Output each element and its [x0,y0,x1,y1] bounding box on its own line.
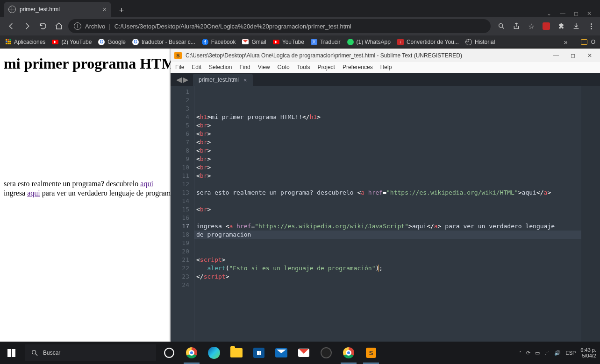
tab-nav-arrows[interactable]: ◀▶ [173,73,191,86]
tb-chrome[interactable] [181,342,202,364]
maximize-icon[interactable]: ◻ [574,10,579,17]
extensions-icon[interactable] [557,22,565,30]
editor-tab[interactable]: primer_test.html × [193,74,253,86]
search-placeholder: Buscar [43,350,60,356]
window-controls: ⌄ — ◻ ✕ [547,8,600,17]
address-bar[interactable]: i Archivo | C:/Users/3etop/Desktop/Alura… [68,19,491,33]
tray-volume-icon[interactable]: 🔊 [554,350,561,356]
page-body: sera esto realmente un programa? descubr… [0,179,191,198]
tb-chrome2[interactable] [338,342,359,364]
tb-app1[interactable] [316,342,336,364]
tray-wifi-icon[interactable]: ⋰ [544,350,550,356]
tb-edge[interactable] [204,342,224,364]
menu-goto[interactable]: Goto [278,64,290,70]
minimize-icon[interactable]: — [560,10,565,17]
descubrelo-link[interactable]: aqui [140,180,153,188]
tab-title: primer_test.html [20,6,99,13]
menu-find[interactable]: Find [239,64,250,70]
forward-button[interactable] [21,20,34,33]
tab-strip: primer_test.html × + ⌄ — ◻ ✕ [0,0,600,17]
close-icon[interactable]: ✕ [587,10,592,17]
tb-gmail[interactable] [293,342,314,364]
minimap[interactable] [581,86,600,342]
bm-traductor[interactable]: Gtraductor - Buscar c... [132,39,195,45]
toolbar-right: ☆ [493,22,595,30]
bm-historial[interactable]: Historial [465,39,495,45]
globe-icon [8,6,16,13]
menu-tools[interactable]: Tools [297,64,310,70]
bm-traducir[interactable]: 文Traducir [311,39,341,45]
close-icon[interactable]: ✕ [583,52,596,59]
menu-file[interactable]: File [175,64,184,70]
window-title: C:\Users\3etop\Desktop\Alura One\Logica … [186,52,546,59]
bm-convertidor[interactable]: ↓Convertidor de You... [397,39,459,45]
sublime-titlebar[interactable]: S C:\Users\3etop\Desktop\Alura One\Logic… [171,49,600,62]
tray-overflow[interactable]: ˄ [519,350,521,356]
menu-view[interactable]: View [258,64,270,70]
tab-label: primer_test.html [199,77,239,83]
star-icon[interactable]: ☆ [527,22,536,30]
back-button[interactable] [5,20,18,33]
menu-preferences[interactable]: Preferences [343,64,373,70]
taskbar-apps: S [179,342,381,364]
tray-time: 6:43 p. [580,347,596,353]
home-button[interactable] [52,20,65,33]
svg-point-0 [499,24,503,28]
tray-date: 5/04/2 [580,353,596,358]
bm-youtube[interactable]: (2) YouTube [52,39,92,45]
svg-point-4 [164,348,174,357]
addr-prefix: Archivo [85,23,105,30]
share-icon[interactable] [512,22,521,30]
tb-sublime[interactable]: S [361,342,381,364]
text: sera esto realmente un programa? descubr… [4,180,140,188]
cortana-icon[interactable] [159,342,179,364]
line-gutter: 123456789101112131415161718192021222324 [171,86,194,342]
close-icon[interactable]: × [243,77,247,84]
tb-explorer[interactable] [226,342,247,364]
tray-clock[interactable]: 6:43 p. 5/04/2 [580,347,596,358]
text: ingresa [4,189,27,197]
reload-button[interactable] [36,20,50,33]
tray-lang[interactable]: ESP [565,350,576,356]
menu-edit[interactable]: Edit [192,64,201,70]
tray-sync-icon[interactable]: ⟳ [526,350,530,356]
menu-icon[interactable] [587,22,595,30]
minimize-icon[interactable]: — [550,52,563,59]
code-area[interactable]: <h1>mi primer programa HTML!!</h1><br><b… [194,86,581,342]
sublime-icon: S [174,52,182,59]
zoom-icon[interactable] [497,22,506,30]
info-icon[interactable]: i [74,22,81,30]
bookmark-overflow[interactable]: » [564,38,568,46]
svg-line-3 [36,354,37,356]
bookmarks-bar: Aplicaciones (2) YouTube GGoogle Gtraduc… [0,35,600,49]
text: para ver un verdadero lenguaje de progra… [40,189,187,197]
svg-line-1 [502,27,504,28]
new-tab-button[interactable]: + [115,4,128,17]
menu-selection[interactable]: Selection [209,64,232,70]
bm-youtube2[interactable]: YouTube [273,39,304,45]
start-button[interactable] [0,342,22,364]
maximize-icon[interactable]: ◻ [566,52,579,59]
bm-other[interactable]: O [581,39,595,45]
menu-project[interactable]: Project [318,64,335,70]
chevron-down-icon[interactable]: ⌄ [547,10,551,17]
bm-facebook[interactable]: fFacebook [202,39,236,45]
download-icon[interactable] [572,22,580,30]
taskbar: Buscar S ˄ ⟳ ▭ ⋰ 🔊 ESP 6:43 p. 5/04/2 [0,342,600,364]
taskbar-search[interactable]: Buscar [25,344,156,361]
system-tray: ˄ ⟳ ▭ ⋰ 🔊 ESP 6:43 p. 5/04/2 [519,347,600,358]
ingresa-link[interactable]: aqui [27,189,40,197]
bm-google[interactable]: GGoogle [98,39,126,45]
tb-mail[interactable] [271,342,292,364]
browser-tab[interactable]: primer_test.html × [4,2,111,17]
close-icon[interactable]: × [103,6,107,13]
menu-help[interactable]: Help [380,64,392,70]
bm-apps[interactable]: Aplicaciones [5,39,45,45]
ublock-icon[interactable] [542,22,550,30]
tray-battery-icon[interactable]: ▭ [535,350,540,356]
bm-gmail[interactable]: Gmail [242,39,266,45]
toolbar: i Archivo | C:/Users/3etop/Desktop/Alura… [0,17,600,35]
tb-store[interactable] [249,342,269,364]
bm-whatsapp[interactable]: (1) WhatsApp [347,39,391,45]
sublime-menubar: File Edit Selection Find View Goto Tools… [171,62,600,73]
